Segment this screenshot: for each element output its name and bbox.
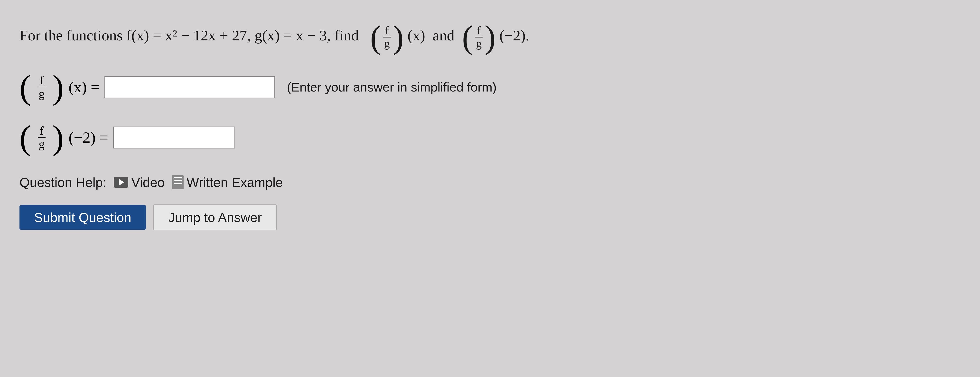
open-paren-input1: ( — [19, 74, 31, 100]
input2-label-neg2: (−2) = — [68, 129, 108, 146]
submit-button[interactable]: Submit Question — [19, 205, 146, 230]
question-suffix-neg2: (−2). — [500, 27, 529, 44]
written-example-link[interactable]: Written Example — [172, 175, 283, 190]
question-suffix-x: (x) — [407, 27, 425, 44]
help-label: Question Help: — [19, 175, 107, 190]
written-example-label: Written Example — [186, 175, 283, 190]
open-paren-input2: ( — [19, 125, 31, 150]
question-prefix: For the functions f(x) = x² − 12x + 27, … — [19, 27, 359, 44]
close-paren-input2: ) — [52, 125, 64, 150]
input1-hint: (Enter your answer in simplified form) — [287, 80, 497, 94]
video-link[interactable]: Video — [114, 175, 165, 190]
question-and: and — [433, 27, 455, 44]
open-paren-2: ( — [462, 19, 473, 56]
video-icon — [114, 177, 128, 188]
close-paren-input1: ) — [52, 74, 64, 100]
question-text: For the functions f(x) = x² − 12x + 27, … — [19, 24, 961, 50]
page-container: For the functions f(x) = x² − 12x + 27, … — [0, 0, 980, 377]
jump-button[interactable]: Jump to Answer — [153, 204, 277, 230]
input-row-1: ( f g ) (x) = (Enter your answer in simp… — [19, 74, 961, 100]
answer-input-1[interactable] — [105, 76, 275, 98]
answer-input-2[interactable] — [113, 127, 235, 148]
document-icon — [172, 175, 184, 189]
fraction-f-over-g-2: f g — [474, 24, 484, 50]
open-paren-1: ( — [370, 19, 381, 56]
input-row-2: ( f g ) (−2) = — [19, 124, 961, 150]
input1-label-x: (x) = — [68, 78, 100, 96]
close-paren-2: ) — [485, 19, 495, 56]
fraction-input1: f g — [37, 74, 46, 100]
question-help-row: Question Help: Video Written Example — [19, 175, 961, 190]
video-label: Video — [131, 175, 165, 190]
fraction-input2: f g — [37, 124, 46, 150]
fraction-f-over-g-1: f g — [382, 24, 392, 50]
buttons-row: Submit Question Jump to Answer — [19, 204, 961, 230]
close-paren-1: ) — [393, 19, 404, 56]
